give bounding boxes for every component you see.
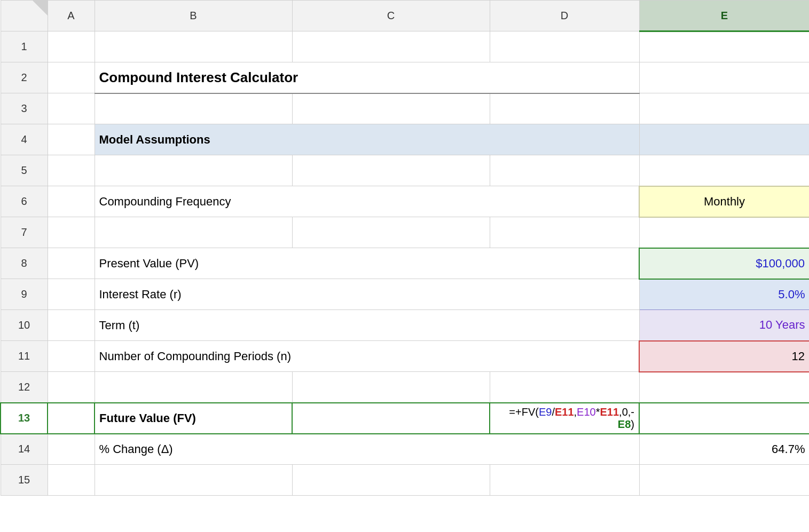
cell-b1[interactable] (95, 31, 292, 62)
cell-e4[interactable] (639, 124, 809, 155)
cell-c12[interactable] (292, 372, 490, 403)
cell-a9[interactable] (48, 279, 95, 310)
row-num-7: 7 (1, 217, 48, 248)
cell-a10[interactable] (48, 310, 95, 341)
row-num-11: 11 (1, 341, 48, 372)
cell-d7[interactable] (490, 217, 639, 248)
row-5: 5 (1, 155, 809, 186)
row-num-4: 4 (1, 124, 48, 155)
cell-a6[interactable] (48, 186, 95, 217)
cell-d15[interactable] (490, 465, 639, 496)
cell-a2[interactable] (48, 62, 95, 93)
row-num-8: 8 (1, 248, 48, 279)
cell-e1[interactable] (639, 31, 809, 62)
cell-e3[interactable] (639, 93, 809, 124)
cell-c13[interactable] (292, 403, 490, 434)
row-7: 7 (1, 217, 809, 248)
cell-b5[interactable] (95, 155, 292, 186)
rate-label: Interest Rate (r) (95, 279, 639, 310)
cell-e7[interactable] (639, 217, 809, 248)
row-num-2: 2 (1, 62, 48, 93)
cell-b12[interactable] (95, 372, 292, 403)
cell-d1[interactable] (490, 31, 639, 62)
cell-a11[interactable] (48, 341, 95, 372)
fv-label: Future Value (FV) (95, 403, 292, 434)
row-num-1: 1 (1, 31, 48, 62)
cell-pv[interactable]: $100,000 (639, 248, 809, 279)
row-14: 14 % Change (Δ) 64.7% (1, 434, 809, 465)
row-8: 8 Present Value (PV) $100,000 (1, 248, 809, 279)
cell-pct-change[interactable]: 64.7% (639, 434, 809, 465)
col-d-header[interactable]: D (490, 1, 639, 31)
row-15: 15 (1, 465, 809, 496)
cell-e12[interactable] (639, 372, 809, 403)
cell-d5[interactable] (490, 155, 639, 186)
cell-a15[interactable] (48, 465, 95, 496)
row-num-15: 15 (1, 465, 48, 496)
row-2: 2 Compound Interest Calculator (1, 62, 809, 93)
cell-e15[interactable] (639, 465, 809, 496)
row-6: 6 Compounding Frequency Monthly (1, 186, 809, 217)
title-cell: Compound Interest Calculator (95, 62, 639, 93)
n-label: Number of Compounding Periods (n) (95, 341, 639, 372)
cell-monthly[interactable]: Monthly (639, 186, 809, 217)
row-num-9: 9 (1, 279, 48, 310)
cell-rate[interactable]: 5.0% (639, 279, 809, 310)
row-12: 12 (1, 372, 809, 403)
cell-c15[interactable] (292, 465, 490, 496)
col-c-header[interactable]: C (292, 1, 490, 31)
section-header-cell: Model Assumptions (95, 124, 639, 155)
cell-a4[interactable] (48, 124, 95, 155)
cell-a14[interactable] (48, 434, 95, 465)
cell-n[interactable]: 12 (639, 341, 809, 372)
compounding-frequency-label: Compounding Frequency (95, 186, 639, 217)
row-num-14: 14 (1, 434, 48, 465)
row-13: 13 Future Value (FV) =+FV(E9/E11,E10*E11… (1, 403, 809, 434)
pv-label: Present Value (PV) (95, 248, 639, 279)
col-b-header[interactable]: B (95, 1, 292, 31)
row-3: 3 (1, 93, 809, 124)
corner-cell (1, 1, 48, 31)
row-num-6: 6 (1, 186, 48, 217)
row-9: 9 Interest Rate (r) 5.0% (1, 279, 809, 310)
fv-formula: =+FV(E9/E11,E10*E11,0,-E8) (490, 403, 639, 434)
cell-c1[interactable] (292, 31, 490, 62)
cell-b7[interactable] (95, 217, 292, 248)
cell-a7[interactable] (48, 217, 95, 248)
cell-a8[interactable] (48, 248, 95, 279)
row-num-5: 5 (1, 155, 48, 186)
column-headers: A B C D E (1, 1, 809, 31)
pct-change-label: % Change (Δ) (95, 434, 639, 465)
row-4: 4 Model Assumptions (1, 124, 809, 155)
cell-c3[interactable] (292, 93, 490, 124)
cell-a5[interactable] (48, 155, 95, 186)
cell-c5[interactable] (292, 155, 490, 186)
cell-e13[interactable] (639, 403, 809, 434)
cell-c7[interactable] (292, 217, 490, 248)
cell-d3[interactable] (490, 93, 639, 124)
cell-a3[interactable] (48, 93, 95, 124)
cell-a13[interactable] (48, 403, 95, 434)
cell-a12[interactable] (48, 372, 95, 403)
col-e-header[interactable]: E (639, 1, 809, 31)
cell-e5[interactable] (639, 155, 809, 186)
row-10: 10 Term (t) 10 Years (1, 310, 809, 341)
row-num-12: 12 (1, 372, 48, 403)
row-num-10: 10 (1, 310, 48, 341)
row-num-13: 13 (1, 403, 48, 434)
cell-e2[interactable] (639, 62, 809, 93)
cell-term[interactable]: 10 Years (639, 310, 809, 341)
row-11: 11 Number of Compounding Periods (n) 12 (1, 341, 809, 372)
term-label: Term (t) (95, 310, 639, 341)
row-num-3: 3 (1, 93, 48, 124)
cell-d12[interactable] (490, 372, 639, 403)
cell-b3[interactable] (95, 93, 292, 124)
cell-b15[interactable] (95, 465, 292, 496)
row-1: 1 (1, 31, 809, 62)
col-a-header[interactable]: A (48, 1, 95, 31)
cell-a1[interactable] (48, 31, 95, 62)
formula-text: =+FV(E9/E11,E10*E11,0,-E8) (509, 406, 634, 430)
